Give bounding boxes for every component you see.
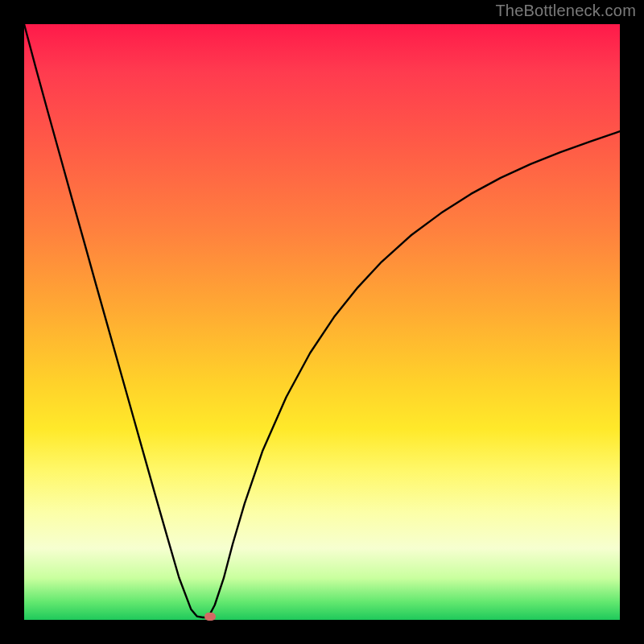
- watermark-text: TheBottleneck.com: [495, 2, 636, 20]
- chart-frame: TheBottleneck.com: [0, 0, 644, 644]
- plot-area: [24, 24, 620, 620]
- curve-svg: [24, 24, 620, 620]
- bottleneck-curve: [24, 24, 620, 617]
- optimum-marker: [204, 613, 216, 621]
